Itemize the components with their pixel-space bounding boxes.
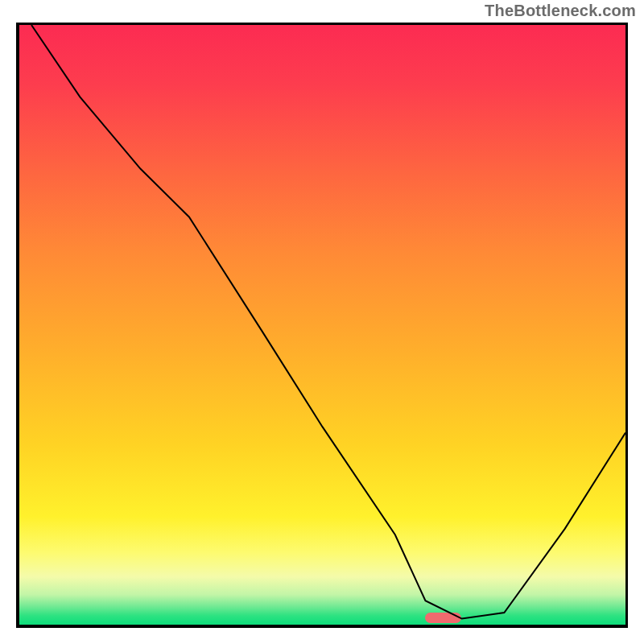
bottleneck-curve (19, 25, 625, 625)
plot-area (16, 23, 628, 628)
chart-frame: TheBottleneck.com (0, 0, 644, 644)
watermark-text: TheBottleneck.com (485, 2, 636, 20)
